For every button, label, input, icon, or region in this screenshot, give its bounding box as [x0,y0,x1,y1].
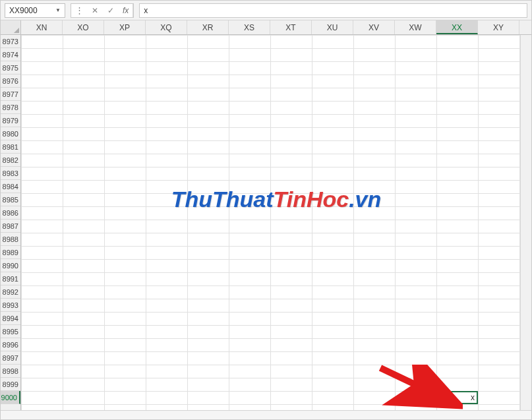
row-header[interactable]: 8998 [1,365,20,378]
column-header[interactable]: XV [353,20,395,34]
enter-icon[interactable]: ✓ [103,4,119,17]
row-header[interactable]: 8974 [1,48,20,61]
row-header[interactable]: 8993 [1,299,20,312]
row-header[interactable]: 8999 [1,378,20,391]
column-header[interactable]: XU [312,20,353,34]
spreadsheet-grid: XNXOXPXQXRXSXTXUXVXWXXXY 897389748975897… [1,20,531,410]
row-header[interactable]: 8991 [1,272,20,285]
column-header[interactable]: XQ [146,20,187,34]
row-header[interactable]: 8990 [1,259,20,272]
column-header[interactable]: XR [187,20,229,34]
chevron-down-icon: ▼ [55,7,61,13]
column-headers: XNXOXPXQXRXSXTXUXVXWXXXY [1,20,531,35]
column-header[interactable]: XP [104,20,146,34]
column-header[interactable]: XO [63,20,104,34]
row-header[interactable]: 8994 [1,312,20,325]
formula-value: x [144,6,148,15]
select-all-corner[interactable] [1,20,21,34]
row-header[interactable]: 8977 [1,88,20,101]
row-header[interactable]: 8983 [1,167,20,180]
row-header[interactable]: 8982 [1,154,20,167]
row-header[interactable]: 8981 [1,140,20,154]
column-header[interactable]: XW [395,20,436,34]
column-header[interactable]: XT [270,20,312,34]
row-header[interactable]: 8978 [1,101,20,114]
function-dropdown-icon[interactable]: ⋮ [71,4,87,17]
row-header[interactable]: 8976 [1,75,20,88]
fx-label[interactable]: fx [119,4,133,17]
row-header[interactable]: 8984 [1,180,20,193]
column-header[interactable]: XY [478,20,519,34]
cancel-icon[interactable]: ✕ [87,4,103,17]
column-header[interactable]: XN [21,20,63,34]
row-header[interactable]: 8979 [1,114,20,127]
row-header[interactable]: 8975 [1,61,20,75]
row-header[interactable]: 8987 [1,220,20,233]
row-header[interactable]: 9000 [1,391,20,404]
row-headers: 8973897489758976897789788979898089818982… [1,35,21,410]
row-header[interactable]: 8985 [1,193,20,206]
vertical-scrollbar[interactable] [520,35,531,410]
column-header[interactable]: XS [229,20,270,34]
row-header[interactable]: 8995 [1,325,20,338]
formula-bar: XX9000 ▼ ⋮ ✕ ✓ fx x [1,1,531,20]
row-header[interactable]: 8980 [1,127,20,140]
sheet-tab-strip[interactable] [1,410,531,419]
formula-input[interactable]: x [139,3,527,18]
name-box-value: XX9000 [9,6,38,15]
row-header[interactable]: 8988 [1,233,20,246]
row-header[interactable]: 8997 [1,351,20,365]
active-cell-value: x [471,393,475,402]
gridlines [21,35,531,410]
row-header[interactable]: 8989 [1,246,20,259]
column-header[interactable]: XX [436,20,478,34]
formula-bar-buttons: ⋮ ✕ ✓ fx [71,3,134,18]
row-header[interactable]: 8992 [1,285,20,299]
row-header[interactable]: 8973 [1,35,20,48]
active-cell[interactable]: x [436,391,478,404]
row-header[interactable]: 8996 [1,338,20,351]
name-box[interactable]: XX9000 ▼ [5,3,65,18]
row-header[interactable]: 8986 [1,206,20,220]
cell-area[interactable]: ThuThuatTinHoc.vn x [21,35,531,410]
